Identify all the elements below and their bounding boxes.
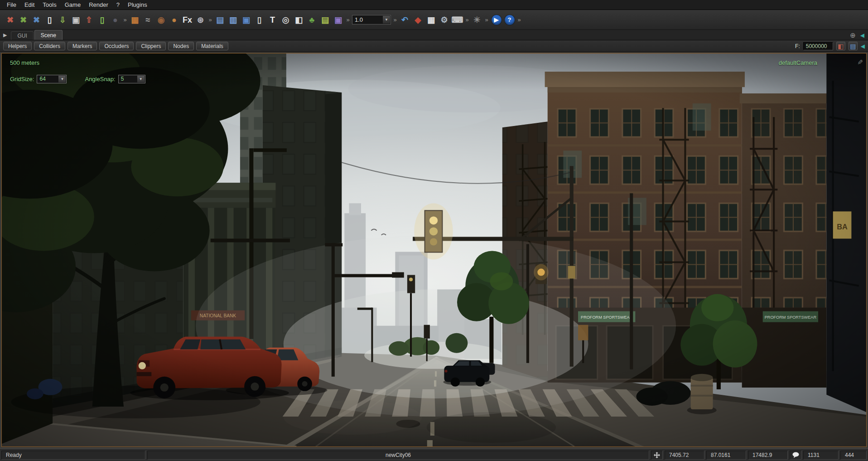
contrast-icon[interactable]: ◧ — [292, 13, 305, 26]
filter-buttons: Helpers Colliders Markers Occluders Clip… — [3, 42, 231, 50]
viewport-pencil-icon[interactable]: ✎ — [856, 59, 864, 65]
gear-icon[interactable]: ⚙ — [438, 13, 451, 26]
gridsize-label: GridSize: — [10, 76, 34, 82]
new-document-icon[interactable]: ▯ — [43, 13, 56, 26]
import-icon[interactable]: ⇩ — [56, 13, 69, 26]
group-separator: » — [464, 13, 470, 26]
group-separator: » — [345, 13, 351, 26]
filter-helpers-button[interactable]: Helpers — [3, 42, 32, 50]
menu-help[interactable]: ? — [112, 0, 124, 9]
tool-red-icon[interactable]: ◆ — [411, 13, 424, 26]
menubar: File Edit Tools Game Render ? Plugins — [0, 0, 868, 10]
anglesnap-label: AngleSnap: — [85, 76, 115, 82]
filter-nodes-button[interactable]: Nodes — [168, 42, 194, 50]
grid-controls: GridSize: 64 ▼ AngleSnap: 5 ▼ — [10, 74, 145, 83]
filter-colliders-button[interactable]: Colliders — [34, 42, 65, 50]
camera-name-label: defaultCamera — [779, 59, 817, 66]
filter-materials-button[interactable]: Materials — [196, 42, 228, 50]
window-blue-icon[interactable]: ▥ — [227, 13, 240, 26]
render-sphere-icon[interactable]: ● — [109, 13, 122, 26]
status-count-2: 444 — [840, 451, 867, 460]
grid-icon[interactable]: ▦ — [424, 13, 438, 26]
curve-icon[interactable]: ≈ — [141, 13, 154, 26]
collapse-filter-icon[interactable]: ◀ — [861, 43, 865, 49]
status-count-1: 1131 — [803, 451, 839, 460]
3d-viewport[interactable]: NATIONAL BANK — [1, 53, 867, 447]
project-green-icon[interactable]: ✖ — [17, 13, 30, 26]
project-blue-icon[interactable]: ✖ — [30, 13, 43, 26]
monitor-icon[interactable]: ▤ — [849, 42, 858, 50]
chat-icon — [790, 451, 801, 460]
anglesnap-dropdown-button[interactable]: ▼ — [137, 76, 145, 82]
cube-icon[interactable]: ▦ — [128, 13, 141, 26]
play-icon[interactable]: ▶ — [490, 13, 503, 26]
planet-icon[interactable]: ● — [168, 13, 181, 26]
snapshot-icon[interactable]: ◧ — [836, 42, 845, 50]
scale-dropdown[interactable]: 1.0 ▼ — [352, 15, 391, 24]
menu-render[interactable]: Render — [85, 0, 112, 9]
filter-clippers-button[interactable]: Clippers — [136, 42, 166, 50]
tabbar: ▶ GUI Scene ⊕ ◀ — [0, 30, 868, 40]
menu-tools[interactable]: Tools — [39, 0, 60, 9]
filter-markers-button[interactable]: Markers — [68, 42, 97, 50]
status-scene-name: newCity06 — [147, 451, 649, 460]
vegetation-icon[interactable]: ♣ — [305, 13, 318, 26]
filterbar: Helpers Colliders Markers Occluders Clip… — [0, 40, 868, 52]
group-separator: » — [122, 13, 128, 26]
tabbar-right-tools: ⊕ ◀ — [850, 31, 864, 39]
save-layout-icon[interactable]: ▣ — [240, 13, 253, 26]
window-purple-icon[interactable]: ▣ — [332, 13, 345, 26]
help-icon[interactable]: ? — [503, 13, 516, 26]
group-separator: » — [392, 13, 398, 26]
gridsize-dropdown-button[interactable]: ▼ — [58, 76, 66, 82]
status-coord-x: 7405.72 — [665, 451, 704, 460]
scale-value: 1.0 — [355, 16, 363, 23]
group-separator: » — [483, 13, 490, 26]
menu-game[interactable]: Game — [61, 0, 85, 9]
toolbar-icons-right: » ↶ ◆ ▦ ⚙ ⌨ — [392, 13, 522, 26]
keyboard-icon[interactable]: ⌨ — [451, 13, 464, 26]
collapse-tabs-icon[interactable]: ◀ — [860, 32, 864, 39]
status-coord-z: 17482.9 — [748, 451, 788, 460]
move-icon — [651, 451, 663, 460]
group-separator: » — [207, 13, 213, 26]
globe-icon[interactable]: ⊕ — [850, 31, 856, 39]
menu-edit[interactable]: Edit — [20, 0, 39, 9]
menu-file[interactable]: File — [3, 0, 20, 9]
gridsize-dropdown[interactable]: 64 ▼ — [37, 75, 67, 83]
gridsize-value: 64 — [39, 76, 45, 82]
script-icon[interactable]: ▯ — [253, 13, 266, 26]
toolbar-icons-left: ✖ ✖ ✖ ▯ ⇩ ▣ — [4, 13, 351, 26]
project-red-icon[interactable]: ✖ — [4, 13, 17, 26]
run-arrow-icon[interactable]: ▶ — [3, 32, 7, 38]
pin-icon[interactable]: ◉ — [154, 13, 168, 26]
add-asset-icon[interactable]: ▯ — [96, 13, 109, 26]
record-icon[interactable]: ◎ — [279, 13, 292, 26]
city-scene-render: NATIONAL BANK — [2, 53, 866, 446]
anglesnap-dropdown[interactable]: 5 ▼ — [118, 75, 145, 83]
f-value-field[interactable]: 5000000 — [803, 42, 833, 50]
filter-right-tools: F: 5000000 ◧ ▤ ◀ — [795, 42, 865, 50]
anglesnap-value: 5 — [121, 76, 124, 82]
notes-icon[interactable]: ▤ — [318, 13, 332, 26]
fx-icon[interactable]: Fx — [181, 13, 194, 26]
tab-gui[interactable]: GUI — [11, 31, 33, 40]
status-coord-y: 87.0161 — [706, 451, 746, 460]
scale-dropdown-button[interactable]: ▼ — [382, 16, 390, 24]
group-separator: » — [516, 13, 522, 26]
wheel-icon[interactable]: ⊛ — [194, 13, 207, 26]
text-tool-icon[interactable]: T — [266, 13, 279, 26]
statusbar: Ready newCity06 7405.72 87.0161 17482.9 … — [0, 448, 868, 461]
panel-blue-icon[interactable]: ▤ — [213, 13, 227, 26]
menu-plugins[interactable]: Plugins — [124, 0, 151, 9]
toolbar: ✖ ✖ ✖ ▯ ⇩ ▣ — [0, 10, 868, 30]
settings-dim-icon[interactable]: ☀ — [470, 13, 483, 26]
save-icon[interactable]: ▣ — [69, 13, 82, 26]
tab-scene[interactable]: Scene — [34, 30, 63, 40]
export-icon[interactable]: ⇧ — [82, 13, 96, 26]
undo-icon[interactable]: ↶ — [398, 13, 411, 26]
status-ready: Ready — [1, 451, 145, 460]
view-distance-label: 500 meters — [10, 59, 39, 66]
filter-occluders-button[interactable]: Occluders — [99, 42, 134, 50]
editor-window: File Edit Tools Game Render ? Plugins ✖ … — [0, 0, 868, 461]
